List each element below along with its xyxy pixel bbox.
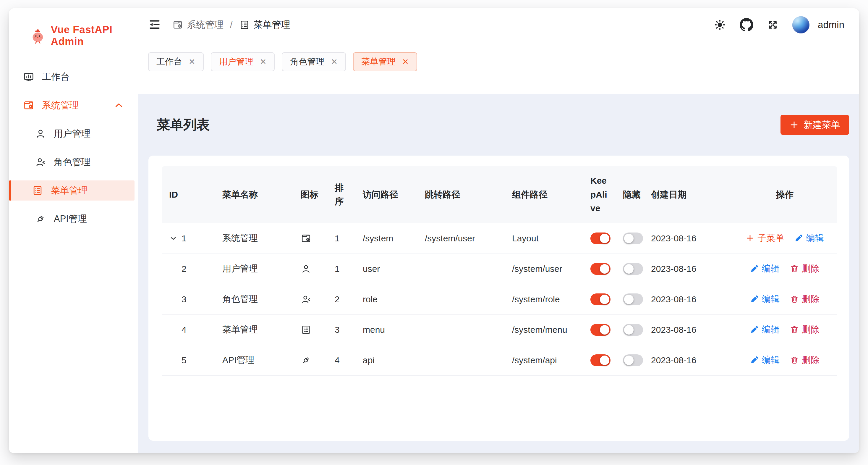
cell-redirect [418, 345, 505, 375]
new-menu-button[interactable]: 新建菜单 [780, 115, 849, 135]
username[interactable]: admin [818, 19, 844, 30]
delete-button[interactable]: 删除 [790, 354, 819, 366]
add-submenu-button[interactable]: 子菜单 [746, 232, 784, 244]
edit-button[interactable]: 编辑 [795, 232, 824, 244]
cell-path: api [355, 345, 418, 375]
sidebar-item-workbench[interactable]: 工作台 [12, 67, 134, 87]
action-label: 删除 [802, 354, 819, 366]
avatar[interactable] [792, 16, 809, 33]
sidebar: Vue FastAPI Admin 工作台 系统管理 用户管理 [9, 8, 138, 453]
col-hidden: 隐藏 [616, 166, 644, 223]
cell-path: menu [355, 314, 418, 345]
col-id: ID [162, 166, 215, 223]
hidden-toggle[interactable] [623, 324, 643, 336]
plus-icon [789, 120, 799, 129]
edit-button[interactable]: 编辑 [750, 293, 780, 305]
tab-workbench[interactable]: 工作台 ✕ [148, 52, 204, 71]
trash-icon [790, 295, 799, 303]
role-icon [35, 156, 46, 168]
cell-redirect [418, 284, 505, 314]
close-icon[interactable]: ✕ [260, 58, 267, 66]
breadcrumb-item-system[interactable]: 系统管理 [173, 19, 223, 31]
cell-order: 4 [328, 345, 355, 375]
hidden-toggle[interactable] [623, 293, 643, 305]
cell-component: Layout [505, 223, 583, 254]
row-expander-icon[interactable] [169, 234, 177, 242]
pencil-icon [750, 325, 759, 334]
action-label: 删除 [802, 263, 819, 275]
edit-button[interactable]: 编辑 [750, 354, 780, 366]
tab-users[interactable]: 用户管理 ✕ [211, 52, 275, 71]
cell-name: 角色管理 [215, 284, 293, 314]
workbench-icon [23, 71, 34, 83]
close-icon[interactable]: ✕ [402, 58, 409, 66]
hidden-toggle[interactable] [623, 354, 643, 366]
theme-toggle-button[interactable] [714, 19, 726, 31]
delete-button[interactable]: 删除 [790, 263, 819, 275]
keepalive-toggle[interactable] [590, 354, 611, 366]
col-keepalive: KeepAlive [583, 166, 616, 223]
action-label: 编辑 [806, 232, 824, 244]
cell-order: 3 [328, 314, 355, 345]
keepalive-toggle[interactable] [590, 293, 611, 305]
cell-created: 2023-08-16 [644, 284, 733, 314]
cell-id: 5 [169, 355, 187, 365]
cell-path: user [355, 254, 418, 284]
menu-table: ID 菜单名称 图标 排序 访问路径 跳转路径 组件路径 KeepAlive 隐… [162, 166, 837, 376]
keepalive-toggle[interactable] [590, 324, 611, 336]
system-icon [173, 20, 183, 30]
keepalive-toggle[interactable] [590, 263, 611, 275]
app-title: Vue FastAPI Admin [51, 24, 138, 47]
hidden-toggle[interactable] [623, 263, 643, 275]
keepalive-toggle[interactable] [590, 233, 611, 244]
breadcrumb-label: 菜单管理 [254, 19, 290, 31]
col-component: 组件路径 [505, 166, 583, 223]
sidebar-item-label: 菜单管理 [51, 184, 88, 197]
action-label: 编辑 [762, 354, 780, 366]
tab-roles[interactable]: 角色管理 ✕ [282, 52, 346, 71]
api-icon [301, 355, 320, 366]
cell-name: 菜单管理 [215, 314, 293, 345]
tab-menus[interactable]: 菜单管理 ✕ [353, 52, 417, 71]
cell-component: /system/api [505, 345, 583, 375]
tab-label: 角色管理 [290, 56, 324, 68]
user-icon [301, 264, 320, 274]
cell-created: 2023-08-16 [644, 223, 733, 254]
sidebar-item-label: 系统管理 [42, 99, 79, 112]
page-header: 菜单列表 新建菜单 [148, 107, 849, 143]
sidebar-item-menus[interactable]: 菜单管理 [9, 180, 134, 201]
sidebar-item-system[interactable]: 系统管理 [12, 95, 134, 115]
menu-icon [32, 185, 43, 196]
breadcrumb: 系统管理 / 菜单管理 [173, 19, 290, 31]
delete-button[interactable]: 删除 [790, 324, 819, 336]
hidden-toggle[interactable] [623, 233, 643, 244]
table-row: 2 用户管理 1 user /system/user 2023-0 [162, 254, 837, 284]
close-icon[interactable]: ✕ [331, 58, 338, 66]
pencil-icon [795, 234, 803, 242]
new-menu-button-label: 新建菜单 [804, 119, 840, 131]
tab-label: 菜单管理 [361, 56, 396, 68]
table-row: 4 菜单管理 3 menu /system/menu 2023-0 [162, 314, 837, 345]
sidebar-collapse-button[interactable] [148, 18, 161, 31]
delete-button[interactable]: 删除 [790, 293, 819, 305]
system-icon [23, 100, 34, 111]
sidebar-menu: 工作台 系统管理 用户管理 角色管理 [9, 67, 138, 229]
edit-button[interactable]: 编辑 [750, 263, 780, 275]
main-area: 系统管理 / 菜单管理 [138, 8, 859, 453]
github-button[interactable] [740, 18, 753, 32]
sidebar-item-api[interactable]: API管理 [12, 209, 134, 229]
fullscreen-button[interactable] [767, 19, 779, 31]
breadcrumb-item-menus[interactable]: 菜单管理 [239, 19, 290, 31]
topbar: 系统管理 / 菜单管理 [138, 8, 859, 41]
cell-name: API管理 [215, 345, 293, 375]
col-actions: 操作 [733, 166, 837, 223]
col-name: 菜单名称 [215, 166, 293, 223]
app-window: Vue FastAPI Admin 工作台 系统管理 用户管理 [9, 8, 859, 453]
col-icon: 图标 [293, 166, 328, 223]
sidebar-item-roles[interactable]: 角色管理 [12, 152, 134, 172]
edit-button[interactable]: 编辑 [750, 324, 780, 336]
app-logo[interactable]: Vue FastAPI Admin [9, 8, 138, 47]
close-icon[interactable]: ✕ [189, 58, 195, 66]
sidebar-item-users[interactable]: 用户管理 [12, 124, 134, 144]
cell-component: /system/role [505, 284, 583, 314]
